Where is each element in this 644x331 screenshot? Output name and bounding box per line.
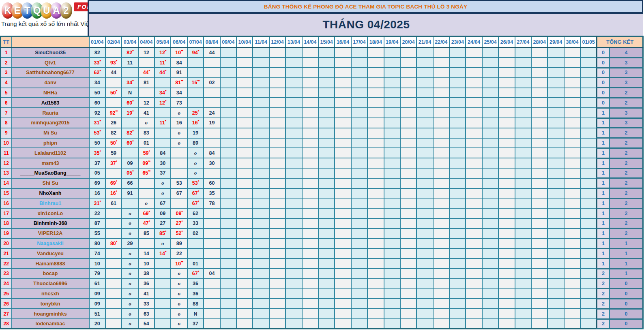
score-cell[interactable] [482,279,498,289]
score-cell[interactable]: 55 [89,228,105,239]
score-cell[interactable] [416,58,433,68]
score-cell[interactable] [286,218,302,228]
score-cell[interactable]: 35* [89,148,105,158]
score-cell[interactable] [351,309,367,319]
score-cell[interactable]: 10** [171,258,187,269]
score-cell[interactable] [286,108,302,118]
score-cell[interactable] [138,88,155,98]
score-cell[interactable]: o [187,158,204,168]
score-cell[interactable] [466,158,482,168]
score-cell[interactable] [302,88,318,98]
summary-cell-1[interactable]: 1 [597,218,610,228]
score-cell[interactable] [105,98,122,108]
player-name-cell[interactable]: NHHa [12,88,89,98]
row-number[interactable]: 17 [1,208,12,218]
summary-header[interactable]: TỔNG KẾT [597,36,643,48]
score-cell[interactable]: 36 [138,279,155,289]
score-cell[interactable]: o [122,279,138,289]
score-cell[interactable] [466,188,482,199]
score-cell[interactable] [433,299,449,309]
score-cell[interactable] [286,148,302,158]
row-number[interactable]: 28 [1,319,12,329]
score-cell[interactable] [204,208,220,218]
score-cell[interactable] [400,48,416,58]
score-cell[interactable] [564,198,580,208]
score-cell[interactable]: 44* [155,68,171,78]
score-cell[interactable] [384,58,400,68]
score-cell[interactable] [400,218,416,228]
score-cell[interactable] [105,258,122,269]
score-cell[interactable]: 52* [171,228,187,239]
score-cell[interactable]: 30 [204,158,220,168]
score-cell[interactable]: 09 [122,158,138,168]
summary-cell-2[interactable]: 3 [610,118,643,128]
score-cell[interactable] [416,228,433,239]
score-cell[interactable] [236,88,253,98]
score-cell[interactable] [236,48,253,58]
score-cell[interactable] [498,178,515,188]
score-cell[interactable]: 94* [187,48,204,58]
score-cell[interactable] [580,258,597,269]
score-cell[interactable]: 50* [105,138,122,148]
score-cell[interactable] [384,108,400,118]
score-cell[interactable] [580,118,597,128]
score-cell[interactable] [220,168,236,178]
summary-cell-2[interactable]: 2 [610,128,643,138]
score-cell[interactable]: 31* [89,198,105,208]
score-cell[interactable]: o [138,198,155,208]
score-cell[interactable] [367,208,384,218]
score-cell[interactable]: 69* [138,208,155,218]
score-cell[interactable] [449,68,466,78]
row-number[interactable]: 13 [1,168,12,178]
score-cell[interactable] [466,148,482,158]
score-cell[interactable]: o [122,309,138,319]
score-cell[interactable] [384,48,400,58]
score-cell[interactable] [367,128,384,138]
score-cell[interactable]: 92** [105,108,122,118]
score-cell[interactable] [400,248,416,258]
summary-cell-1[interactable]: 1 [597,128,610,138]
score-cell[interactable] [204,168,220,178]
score-cell[interactable] [416,208,433,218]
score-cell[interactable] [286,299,302,309]
score-cell[interactable] [416,98,433,108]
score-cell[interactable] [580,78,597,88]
score-cell[interactable] [564,208,580,218]
score-cell[interactable] [580,208,597,218]
score-cell[interactable] [318,48,335,58]
score-cell[interactable] [384,168,400,178]
date-header-13-04[interactable]: 13/04 [286,36,302,48]
player-name-cell[interactable]: Ad1583 [12,98,89,108]
player-name-cell[interactable]: VIPER12A [12,228,89,239]
score-cell[interactable] [466,289,482,299]
score-cell[interactable] [564,309,580,319]
score-cell[interactable]: 34 [171,88,187,98]
score-cell[interactable] [236,248,253,258]
score-cell[interactable] [433,218,449,228]
score-cell[interactable]: 19 [204,118,220,128]
score-cell[interactable]: 91 [171,68,187,78]
score-cell[interactable] [155,78,171,88]
score-cell[interactable] [515,218,531,228]
row-number[interactable]: 11 [1,148,12,158]
score-cell[interactable] [351,138,367,148]
row-number[interactable]: 8 [1,118,12,128]
score-cell[interactable] [482,68,498,78]
score-cell[interactable] [482,118,498,128]
score-cell[interactable] [498,48,515,58]
summary-cell-1[interactable]: 1 [597,248,610,258]
score-cell[interactable]: 79 [89,269,105,279]
score-cell[interactable] [187,88,204,98]
score-cell[interactable] [384,178,400,188]
score-cell[interactable] [351,218,367,228]
score-cell[interactable] [531,98,547,108]
score-cell[interactable] [433,269,449,279]
score-cell[interactable] [220,148,236,158]
score-cell[interactable] [286,258,302,269]
score-cell[interactable] [498,88,515,98]
score-cell[interactable] [400,279,416,289]
score-cell[interactable] [416,158,433,168]
score-cell[interactable] [286,78,302,88]
score-cell[interactable] [580,269,597,279]
score-cell[interactable]: 85 [138,228,155,239]
